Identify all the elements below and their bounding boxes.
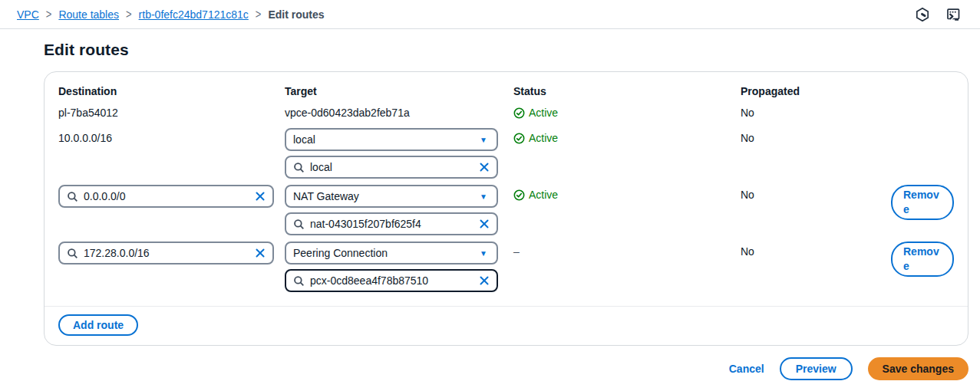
status-active-icon [513,133,525,144]
status-badge: Active [513,107,741,119]
breadcrumb: VPC > Route tables > rtb-0fefc24bd7121c8… [17,8,325,21]
table-row: NAT Gateway ▼ [58,185,952,235]
close-icon[interactable] [479,162,490,172]
column-header-status: Status [513,85,741,97]
target-type-dropdown[interactable]: Peering Connection ▼ [285,242,498,264]
target-type-dropdown[interactable]: NAT Gateway ▼ [285,185,498,208]
search-icon [293,219,305,230]
status-value: – [513,242,741,258]
breadcrumb-separator-icon: > [126,7,132,21]
close-icon[interactable] [479,219,490,229]
status-active-icon [513,189,525,201]
target-type-selected: local [293,133,315,146]
column-header-target: Target [285,85,513,97]
status-badge: Active [513,185,741,201]
target-type-selected: NAT Gateway [293,190,359,202]
table-row: 10.0.0.0/16 local ▼ [58,128,952,179]
chevron-down-icon: ▼ [480,192,487,201]
table-row: pl-7ba54012 vpce-0d60423dab2feb71a Activ… [58,107,952,119]
target-value: vpce-0d60423dab2feb71a [285,107,513,119]
target-search-input[interactable] [305,271,479,291]
page-title: Edit routes [44,41,980,59]
status-badge: Active [513,128,741,144]
chevron-down-icon: ▼ [480,249,487,258]
destination-search-field [58,185,274,208]
remove-route-button[interactable]: Remove [891,242,954,277]
cloudshell-icon[interactable] [945,7,962,22]
preview-button[interactable]: Preview [780,357,853,380]
breadcrumb-current: Edit routes [268,8,324,21]
search-icon [67,191,78,202]
close-icon[interactable] [255,191,266,202]
target-type-selected: Peering Connection [293,247,388,259]
close-icon[interactable] [255,248,266,258]
search-icon [293,162,305,173]
destination-input[interactable] [78,186,255,206]
destination-value: pl-7ba54012 [58,107,285,119]
target-search-input[interactable] [305,157,479,177]
close-icon[interactable] [479,275,490,286]
save-changes-button[interactable]: Save changes [868,357,968,380]
propagated-value: No [741,128,891,144]
destination-value: 10.0.0.0/16 [58,128,285,144]
destination-search-field [58,242,274,264]
edit-routes-panel: Destination Target Status Propagated pl-… [44,71,968,346]
breadcrumb-link-route-tables[interactable]: Route tables [58,8,119,21]
breadcrumb-link-route-table-id[interactable]: rtb-0fefc24bd7121c81c [139,8,249,21]
target-type-dropdown[interactable]: local ▼ [285,128,498,151]
target-search-field [285,212,498,235]
column-header-destination: Destination [58,85,285,97]
breadcrumb-link-vpc[interactable]: VPC [17,8,39,21]
table-row: Peering Connection ▼ [58,242,952,292]
propagated-value: No [741,107,891,119]
cancel-button[interactable]: Cancel [729,363,764,375]
breadcrumb-separator-icon: > [256,7,262,21]
history-icon[interactable] [915,7,930,22]
breadcrumb-separator-icon: > [46,7,52,21]
add-route-button[interactable]: Add route [58,314,138,336]
chevron-down-icon: ▼ [480,136,487,144]
column-header-propagated: Propagated [741,85,891,97]
search-icon [293,275,305,287]
remove-route-button[interactable]: Remove [891,185,954,220]
search-icon [67,248,78,259]
destination-input[interactable] [78,243,255,263]
target-search-field [285,156,498,179]
status-active-icon [513,107,525,119]
target-search-field [285,269,498,292]
breadcrumb-bar: VPC > Route tables > rtb-0fefc24bd7121c8… [0,0,980,29]
target-search-input[interactable] [305,214,479,234]
propagated-value: No [741,242,891,258]
propagated-value: No [741,185,891,201]
